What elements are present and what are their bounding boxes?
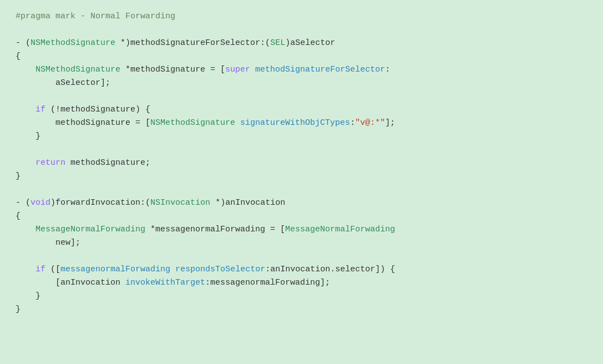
code-token: methodSignatureForSelector (130, 38, 260, 48)
code-token: "v@:*" (355, 118, 385, 128)
code-token: *messagenormalForwading = [ (145, 225, 285, 234)
code-token: { (16, 211, 21, 221)
code-line: } (16, 290, 587, 303)
code-line: if ([messagenormalForwading respondsToSe… (16, 263, 587, 276)
code-token: if (36, 265, 45, 274)
code-token: *methodSignature = [ (120, 65, 225, 74)
code-token: NSInvocation (150, 198, 210, 208)
code-line: methodSignature = [NSMethodSignature sig… (16, 117, 587, 130)
code-token: :messagenormalForwading]; (205, 278, 330, 287)
code-token: SEL (270, 38, 285, 48)
code-line (16, 143, 587, 156)
code-token: } (16, 132, 40, 141)
code-token: *) (115, 38, 130, 48)
code-line (16, 250, 587, 263)
code-token: } (16, 291, 40, 301)
code-token: anInvocation (225, 198, 285, 208)
code-token: MessageNormalForwading (36, 225, 145, 234)
code-line: } (16, 303, 587, 316)
code-line: { (16, 50, 587, 63)
code-token: return (36, 158, 65, 168)
code-token: NSMethodSignature (36, 65, 120, 74)
code-token: methodSignature = [ (16, 118, 150, 128)
code-token: } (16, 171, 21, 181)
code-token: respondsToSelector (175, 265, 265, 274)
code-token: methodSignature; (65, 158, 150, 168)
code-token: :( (140, 198, 150, 208)
code-line: if (!methodSignature) { (16, 103, 587, 117)
code-token: aSelector]; (16, 78, 110, 88)
code-line (16, 23, 587, 37)
code-line (16, 183, 587, 196)
code-token: ([ (45, 265, 60, 274)
code-line: - (NSMethodSignature *)methodSignatureFo… (16, 37, 587, 50)
code-token (16, 158, 36, 168)
code-token: : (350, 118, 355, 128)
code-token: - ( (16, 38, 31, 48)
code-token: NSMethodSignature (150, 118, 235, 128)
code-token: MessageNormalForwading (285, 225, 395, 234)
code-token: :( (260, 38, 270, 48)
code-token: aSelector (290, 38, 335, 48)
code-token: [anInvocation (16, 278, 125, 287)
code-token: ) (50, 198, 55, 208)
code-line: { (16, 210, 587, 223)
code-token: *) (210, 198, 225, 208)
code-token (235, 118, 240, 128)
code-editor: #pragma mark - Normal Forwarding - (NSMe… (0, 0, 603, 364)
code-token (250, 65, 255, 74)
code-token: if (36, 105, 45, 114)
code-line: MessageNormalForwading *messagenormalFor… (16, 223, 587, 236)
code-token: NSMethodSignature (31, 38, 115, 48)
code-line: NSMethodSignature *methodSignature = [su… (16, 63, 587, 77)
code-token: signatureWithObjCTypes (240, 118, 350, 128)
code-line: aSelector]; (16, 77, 587, 90)
code-token: : (385, 65, 390, 74)
code-line: - (void)forwardInvocation:(NSInvocation … (16, 196, 587, 210)
code-token (170, 265, 175, 274)
code-token: invokeWithTarget (125, 278, 205, 287)
code-token: ) (285, 38, 290, 48)
code-token (16, 105, 36, 114)
code-token: { (16, 52, 21, 61)
code-line: #pragma mark - Normal Forwarding (16, 10, 587, 23)
code-token: new]; (16, 238, 80, 247)
code-line (16, 90, 587, 103)
code-token: methodSignatureForSelector (255, 65, 385, 74)
code-token (16, 65, 36, 74)
code-token: :anInvocation.selector]) { (265, 265, 395, 274)
code-token: (!methodSignature) { (45, 105, 150, 114)
code-line: return methodSignature; (16, 156, 587, 170)
code-token: ]; (385, 118, 395, 128)
code-token: forwardInvocation (55, 198, 140, 208)
code-token: - ( (16, 198, 31, 208)
code-token (16, 225, 36, 234)
code-token (16, 265, 36, 274)
code-token: messagenormalForwading (60, 265, 170, 274)
code-token: } (16, 305, 21, 314)
code-line: new]; (16, 236, 587, 250)
code-line: } (16, 130, 587, 143)
code-token: void (31, 198, 50, 208)
code-token: super (225, 65, 250, 74)
code-line: [anInvocation invokeWithTarget:messageno… (16, 276, 587, 290)
code-content: #pragma mark - Normal Forwarding - (NSMe… (16, 10, 587, 316)
code-token: #pragma mark - Normal Forwarding (16, 12, 175, 21)
code-line: } (16, 170, 587, 183)
